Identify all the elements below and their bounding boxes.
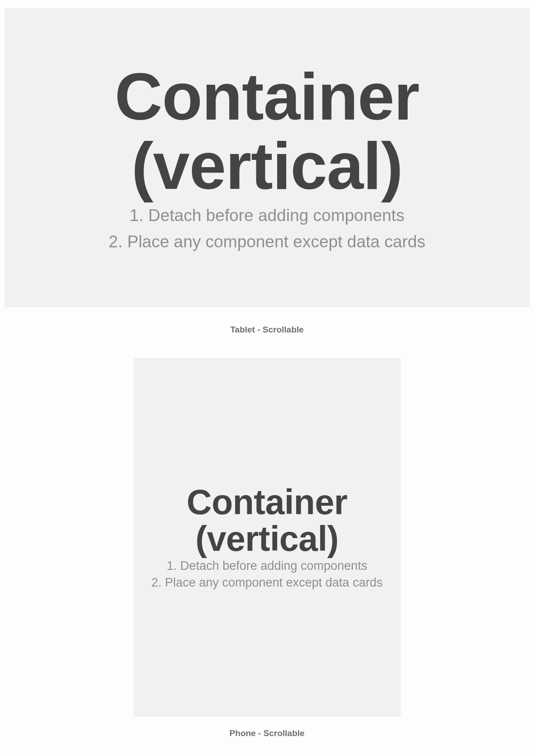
tablet-instruction-1: 1. Detach before adding components xyxy=(130,204,404,227)
phone-title-line1: Container xyxy=(187,482,347,521)
page-root: Container (vertical) 1. Detach before ad… xyxy=(0,0,534,756)
phone-instruction-1: 1. Detach before adding components xyxy=(167,558,367,574)
phone-container-panel: Container (vertical) 1. Detach before ad… xyxy=(134,358,401,717)
phone-container-title: Container (vertical) xyxy=(187,484,347,557)
phone-instruction-2: 2. Place any component except data cards xyxy=(151,575,382,591)
tablet-container-panel: Container (vertical) 1. Detach before ad… xyxy=(5,8,529,307)
tablet-container-title: Container (vertical) xyxy=(115,62,419,201)
tablet-caption: Tablet - Scrollable xyxy=(0,325,534,335)
tablet-title-line2: (vertical) xyxy=(131,129,403,203)
phone-caption: Phone - Scrollable xyxy=(0,728,534,738)
tablet-instruction-2: 2. Place any component except data cards xyxy=(109,231,425,253)
phone-title-line2: (vertical) xyxy=(196,519,339,558)
tablet-title-line1: Container xyxy=(115,60,419,134)
